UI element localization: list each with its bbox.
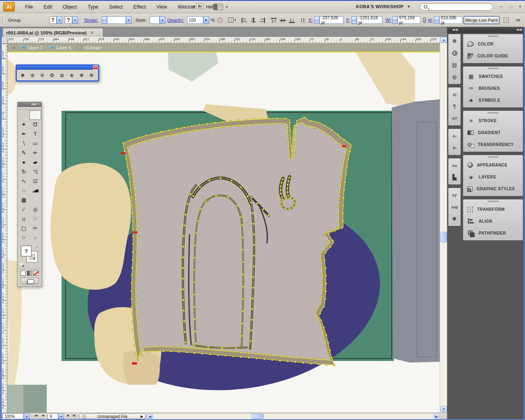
anchor-point[interactable] <box>199 124 200 126</box>
anchor-point[interactable] <box>135 345 136 346</box>
anchor-point[interactable] <box>193 130 194 132</box>
anchor-point[interactable] <box>322 281 323 283</box>
free-transform-tool[interactable]: ⊡ <box>30 176 41 186</box>
search-input[interactable] <box>420 3 493 11</box>
anchor-point[interactable] <box>338 199 340 200</box>
anchor-point[interactable] <box>339 191 340 193</box>
align-middle-icon[interactable] <box>280 18 286 23</box>
anchor-point[interactable] <box>334 230 336 232</box>
width-field[interactable]: 575,159 pt <box>397 16 420 24</box>
anchor-point[interactable] <box>251 319 253 320</box>
anchor-point[interactable] <box>220 177 221 179</box>
anchor-point[interactable] <box>292 132 294 134</box>
anchor-point[interactable] <box>155 350 156 352</box>
anchor-point[interactable] <box>323 306 324 307</box>
anchor-point[interactable] <box>343 189 345 191</box>
anchor-point[interactable] <box>285 356 286 357</box>
character-styles-panel-icon[interactable]: A▪ <box>448 130 461 142</box>
anchor-point[interactable] <box>225 355 226 356</box>
anchor-point[interactable] <box>302 362 304 363</box>
symbol-shifter[interactable]: ✻ <box>28 71 37 80</box>
anchor-point[interactable] <box>253 276 254 278</box>
screen-mode-button[interactable] <box>21 278 39 284</box>
anchor-point[interactable] <box>342 169 343 171</box>
chevron-down-icon[interactable]: ▾ <box>235 18 236 22</box>
anchor-point[interactable] <box>261 118 262 120</box>
anchor-point[interactable] <box>135 281 137 282</box>
vertical-scrollbar[interactable]: ▲ ▼ <box>440 37 447 413</box>
scroll-right-icon[interactable]: ▶ <box>434 414 440 419</box>
canvas-area[interactable] <box>7 52 440 413</box>
anchor-point[interactable] <box>194 294 195 295</box>
anchor-point[interactable] <box>214 122 216 124</box>
anchor-point[interactable] <box>135 206 137 208</box>
anchor-point[interactable] <box>342 220 344 222</box>
anchor-point[interactable] <box>242 298 244 300</box>
anchor-point[interactable] <box>339 143 340 145</box>
anchor-point[interactable] <box>252 212 253 214</box>
anchor-point[interactable] <box>289 208 290 210</box>
minimize-button[interactable]: – <box>500 4 502 9</box>
x-position-field[interactable]: -237,526 pt <box>320 16 343 24</box>
anchor-point[interactable] <box>325 283 327 284</box>
anchor-point[interactable] <box>183 310 185 311</box>
anchor-point[interactable] <box>319 303 321 305</box>
anchor-point[interactable] <box>294 135 296 137</box>
anchor-point[interactable] <box>316 310 317 311</box>
panel-menu-icon[interactable]: ▾≣ <box>516 18 520 22</box>
menu-item[interactable]: File <box>20 2 38 11</box>
anchor-point[interactable] <box>132 259 133 260</box>
anchor-point[interactable] <box>194 306 195 308</box>
panel-stroke[interactable]: ≡STROKE <box>463 115 523 127</box>
anchor-point[interactable] <box>135 288 137 290</box>
recolor-artwork-icon[interactable] <box>217 18 223 23</box>
anchor-point[interactable] <box>253 255 255 257</box>
edit-colors-icon[interactable] <box>228 18 234 23</box>
anchor-point[interactable] <box>287 184 288 185</box>
anchor-point[interactable] <box>240 356 242 358</box>
anchor-point[interactable] <box>276 118 278 119</box>
anchor-point[interactable] <box>301 122 302 123</box>
anchor-point[interactable] <box>322 331 323 332</box>
anchor-point[interactable] <box>242 237 243 238</box>
anchor-point[interactable] <box>323 327 324 329</box>
artboard-number-field[interactable]: 9 <box>48 413 58 419</box>
eraser-tool[interactable]: ▰ <box>30 158 41 167</box>
navigator-panel-icon[interactable]: ☸ <box>448 35 461 47</box>
anchor-point[interactable] <box>325 334 327 336</box>
anchor-point[interactable] <box>281 201 283 203</box>
anchor-point[interactable] <box>290 137 291 139</box>
go-to-bridge-button[interactable]: ▶ Br <box>193 3 203 9</box>
beige-band-topright[interactable] <box>354 52 415 108</box>
anchor-point[interactable] <box>183 299 184 301</box>
collapse-panels-icon[interactable]: ◀◀ <box>516 27 522 32</box>
anchor-point[interactable] <box>331 129 333 131</box>
anchor-point[interactable] <box>321 251 322 253</box>
anchor-point[interactable] <box>136 318 138 320</box>
anchor-point[interactable] <box>132 251 134 253</box>
anchor-point[interactable] <box>324 338 325 339</box>
anchor-point[interactable] <box>241 335 243 337</box>
stepper-icon[interactable]: ▲▼ <box>102 16 107 24</box>
anchor-point[interactable] <box>222 126 224 128</box>
anchor-point[interactable] <box>136 243 138 245</box>
anchor-point[interactable] <box>288 177 290 178</box>
anchor-point[interactable] <box>250 202 252 203</box>
anchor-point[interactable] <box>282 123 284 124</box>
align-right-icon[interactable] <box>259 18 265 23</box>
anchor-point[interactable] <box>135 352 137 354</box>
anchor-point[interactable] <box>131 306 133 307</box>
anchor-point[interactable] <box>263 358 265 360</box>
panel-gradient[interactable]: GRADIENT <box>463 127 523 139</box>
anchor-point[interactable] <box>200 129 202 130</box>
anchor-point[interactable] <box>163 136 165 137</box>
breadcrumb-layer-5[interactable]: Layer 5 <box>48 45 71 50</box>
anchor-point[interactable] <box>182 267 184 269</box>
anchor-point[interactable] <box>343 162 345 163</box>
anchor-point[interactable] <box>252 298 253 299</box>
anchor-point[interactable] <box>153 133 154 135</box>
anchor-point[interactable] <box>127 166 128 167</box>
anchor-point[interactable] <box>132 176 134 178</box>
hand-tool[interactable]: ☞ <box>18 233 30 242</box>
stroke-weight-link[interactable]: Stroke: <box>84 13 98 27</box>
